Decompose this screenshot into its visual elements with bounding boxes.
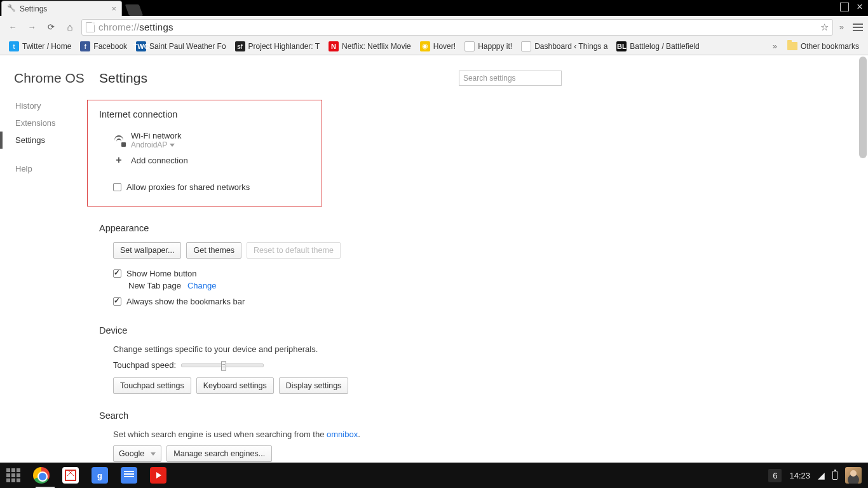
launcher-button[interactable]: [6, 468, 20, 482]
checkbox-checked-icon[interactable]: [113, 297, 121, 306]
youtube-app-icon[interactable]: [150, 467, 166, 484]
show-home-label: Show Home button: [126, 269, 197, 278]
sidebar-item-settings[interactable]: Settings: [0, 132, 89, 149]
wrench-icon: [7, 4, 16, 13]
plus-icon: +: [113, 154, 125, 166]
manage-search-engines-button[interactable]: Manage search engines...: [166, 445, 272, 462]
page-icon: [465, 41, 475, 51]
add-connection-label: Add connection: [131, 156, 188, 165]
section-title: Internet connection: [99, 109, 310, 119]
chrome-app-icon[interactable]: [33, 467, 50, 484]
checkbox-checked-icon[interactable]: [113, 269, 121, 278]
home-button[interactable]: ⌂: [62, 20, 78, 35]
add-connection-row[interactable]: + Add connection: [99, 152, 310, 168]
wifi-name: AndroidAP: [131, 140, 167, 149]
docs-app-icon[interactable]: [121, 467, 137, 484]
sidebar-item-extensions[interactable]: Extensions: [0, 114, 89, 132]
touchpad-settings-button[interactable]: Touchpad settings: [113, 377, 191, 394]
new-tab-button[interactable]: [125, 4, 144, 16]
forward-button[interactable]: →: [24, 20, 39, 35]
always-bookmarks-label: Always show the bookmarks bar: [126, 297, 245, 306]
section-device: Device Change settings specific to your …: [99, 325, 559, 394]
overflow-chevron-icon[interactable]: »: [837, 22, 846, 32]
home-page-value: New Tab page: [128, 281, 181, 290]
set-wallpaper-button[interactable]: Set wallpaper...: [113, 242, 181, 259]
section-internet-connection: Internet connection Wi-Fi network Androi…: [87, 100, 322, 207]
bookmark-netflix[interactable]: NNetflix: Netflix Movie: [325, 40, 415, 53]
bookmark-hover[interactable]: ◉Hover!: [416, 40, 459, 53]
system-tray[interactable]: 6 14:23 ◢: [768, 467, 862, 484]
clock: 14:23: [789, 471, 810, 480]
window-maximize-icon[interactable]: [840, 3, 849, 11]
other-bookmarks-folder[interactable]: Other bookmarks: [783, 41, 863, 52]
display-settings-button[interactable]: Display settings: [279, 377, 349, 394]
show-home-checkbox-row[interactable]: Show Home button: [99, 266, 559, 281]
omnibox-link[interactable]: omnibox: [327, 430, 358, 439]
change-home-link[interactable]: Change: [187, 281, 217, 290]
sidebar-item-help[interactable]: Help: [0, 160, 89, 177]
bookmark-happpy[interactable]: Happpy it!: [461, 40, 516, 53]
page-icon: [521, 41, 531, 51]
bookmark-star-icon[interactable]: ☆: [820, 22, 829, 33]
section-search: Search Set which search engine is used w…: [99, 410, 559, 462]
browser-tab-settings[interactable]: Settings ×: [1, 1, 122, 16]
settings-sidebar: Chrome OS History Extensions Settings He…: [0, 55, 89, 463]
bookmarks-overflow-icon[interactable]: »: [770, 41, 780, 51]
gmail-app-icon[interactable]: [62, 467, 79, 484]
search-settings-input[interactable]: [459, 71, 562, 86]
bookmark-twitter[interactable]: tTwitter / Home: [5, 40, 75, 53]
section-appearance: Appearance Set wallpaper... Get themes R…: [99, 223, 559, 309]
google-search-app-icon[interactable]: g: [92, 467, 108, 484]
folder-icon: [787, 42, 797, 50]
close-tab-icon[interactable]: ×: [111, 4, 116, 13]
reload-button[interactable]: ⟳: [43, 20, 58, 35]
twc-icon: TWC: [136, 41, 146, 51]
section-title: Search: [99, 410, 559, 421]
os-title: Chrome OS: [0, 71, 89, 97]
page-icon: [86, 22, 95, 32]
wifi-label: Wi-Fi network: [131, 131, 181, 140]
user-avatar[interactable]: [845, 467, 862, 484]
bookmark-highlander[interactable]: sfProject Highlander: T: [231, 40, 324, 53]
tab-title: Settings: [20, 4, 47, 13]
netflix-icon: N: [329, 41, 339, 51]
touchpad-speed-slider[interactable]: [181, 363, 264, 367]
sf-icon: sf: [235, 41, 245, 51]
search-description: Set which search engine is used when sea…: [99, 430, 559, 439]
section-title: Appearance: [99, 223, 559, 233]
wifi-network-row[interactable]: Wi-Fi network AndroidAP: [99, 128, 310, 152]
back-button[interactable]: ←: [5, 20, 20, 35]
twitter-icon: t: [9, 41, 19, 51]
proxy-checkbox-row[interactable]: Allow proxies for shared networks: [99, 180, 310, 194]
battery-icon: [832, 471, 837, 480]
omnibox[interactable]: chrome://settings ☆: [81, 19, 833, 36]
section-title: Device: [99, 325, 559, 336]
facebook-icon: f: [80, 41, 90, 51]
battlelog-icon: BL: [616, 41, 627, 51]
slider-thumb[interactable]: [221, 361, 226, 371]
wifi-tray-icon: ◢: [818, 470, 825, 480]
bookmark-dashboard[interactable]: Dashboard ‹ Things a: [517, 40, 611, 53]
proxy-label: Allow proxies for shared networks: [126, 182, 250, 192]
sidebar-item-history[interactable]: History: [0, 97, 89, 114]
bookmarks-bar: tTwitter / Home fFacebook TWCSaint Paul …: [0, 37, 868, 55]
browser-toolbar: ← → ⟳ ⌂ chrome://settings ☆ »: [0, 16, 868, 37]
search-engine-select[interactable]: Google: [113, 445, 161, 462]
window-close-icon[interactable]: ×: [855, 3, 864, 11]
notification-count-badge[interactable]: 6: [768, 469, 782, 482]
shelf: g 6 14:23 ◢: [0, 463, 868, 488]
url-text: chrome://settings: [98, 22, 173, 32]
get-themes-button[interactable]: Get themes: [186, 242, 241, 259]
window-title-bar: Settings × ×: [0, 0, 868, 16]
bookmark-battlelog[interactable]: BLBattlelog / Battlefield: [613, 40, 703, 53]
menu-icon[interactable]: [853, 23, 863, 32]
page-title: Settings: [99, 71, 147, 86]
hover-icon: ◉: [420, 41, 430, 51]
keyboard-settings-button[interactable]: Keyboard settings: [196, 377, 274, 394]
bookmark-facebook[interactable]: fFacebook: [76, 40, 131, 53]
always-bookmarks-checkbox-row[interactable]: Always show the bookmarks bar: [99, 294, 559, 309]
wifi-icon: [113, 135, 125, 146]
bookmark-weather[interactable]: TWCSaint Paul Weather Fo: [132, 40, 230, 53]
scrollbar-thumb[interactable]: [859, 57, 867, 158]
checkbox-icon[interactable]: [113, 183, 121, 191]
